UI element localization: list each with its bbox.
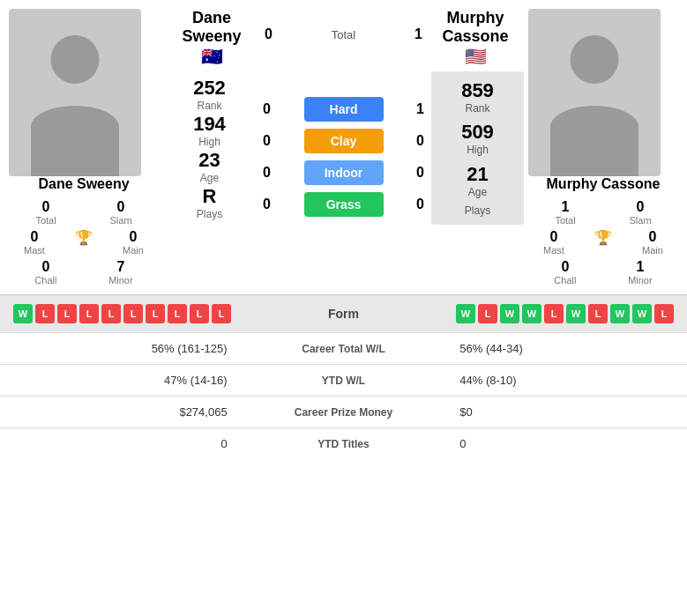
right-form-badge-3: W — [522, 304, 541, 323]
court-row-indoor: 0 Indoor 0 — [256, 160, 431, 185]
right-avatar-body — [550, 106, 638, 176]
left-stats-row2: 0 Mast 🏆 0 Main — [9, 229, 159, 256]
court-right-score: 0 — [409, 133, 431, 149]
courts-total-label: Total — [332, 28, 355, 41]
right-mast-stat: 0 Mast — [543, 229, 564, 256]
right-player-avatar — [528, 9, 661, 176]
left-mast-val: 0 — [24, 229, 45, 245]
left-high-stat: 194 High — [193, 113, 226, 148]
left-age-stat: 23 Age — [198, 149, 220, 184]
stats-row-2: $274,065 Career Prize Money $0 — [0, 397, 687, 428]
stats-table: 56% (161-125) Career Total W/L 56% (44-3… — [0, 332, 687, 459]
stats-left-3: 0 — [0, 428, 241, 460]
left-player-avatar — [9, 9, 141, 176]
right-player-name: Murphy Cassone — [528, 176, 678, 192]
left-stats-row3: 0 Chall 7 Minor — [9, 259, 159, 286]
stats-row-0: 56% (161-125) Career Total W/L 56% (44-3… — [0, 333, 687, 365]
right-form-badge-7: W — [610, 304, 630, 323]
left-flag: 🇦🇺 — [163, 46, 260, 67]
right-high-val: 509 — [461, 121, 494, 144]
right-total-val: 1 — [555, 199, 575, 215]
form-section: WLLLLLLLLL Form WLWWLWLWWL — [0, 294, 687, 332]
court-right-score: 0 — [409, 197, 431, 212]
court-badge-hard: Hard — [304, 97, 384, 122]
right-main-lbl: Main — [642, 245, 663, 256]
right-minor-lbl: Minor — [628, 275, 653, 286]
right-rank-stat: 859 Rank — [461, 79, 494, 115]
court-left-score: 0 — [256, 165, 278, 181]
left-form-badge-9: L — [212, 304, 231, 323]
left-age-val: 23 — [198, 149, 220, 172]
right-slam-val: 0 — [630, 199, 652, 215]
left-plays-stat: R Plays — [197, 185, 222, 220]
court-row-hard: 0 Hard 1 — [256, 97, 431, 122]
left-high-val: 194 — [193, 113, 226, 136]
court-row-grass: 0 Grass 0 — [256, 192, 431, 217]
right-form-badge-4: L — [544, 304, 564, 323]
left-minor-stat: 7 Minor — [108, 259, 133, 286]
left-form-badges: WLLLLLLLLL — [13, 304, 231, 323]
right-slam-stat: 0 Slam — [630, 199, 652, 226]
right-flag: 🇺🇸 — [427, 46, 524, 67]
right-trophy-icon: 🏆 — [594, 229, 612, 246]
left-plays-lbl: Plays — [197, 208, 222, 220]
right-name-header: Murphy Cassone — [427, 9, 524, 46]
left-total-stat: 0 Total — [35, 199, 56, 226]
left-chall-lbl: Chall — [34, 275, 56, 286]
right-plays-lbl: Plays — [465, 204, 490, 217]
left-form-badge-4: L — [101, 304, 121, 323]
left-rank-stat: 252 Rank — [193, 77, 226, 112]
left-minor-lbl: Minor — [108, 275, 133, 286]
right-form-badge-2: W — [500, 304, 519, 323]
court-badge-grass: Grass — [304, 192, 384, 217]
court-badge-indoor: Indoor — [304, 160, 384, 185]
stats-left-1: 47% (14-16) — [0, 365, 241, 397]
court-right-score: 1 — [409, 101, 431, 117]
right-form-badge-1: L — [478, 304, 497, 323]
right-total-lbl: Total — [555, 215, 575, 226]
court-badge-clay: Clay — [304, 129, 384, 153]
left-form-badge-8: L — [190, 304, 209, 323]
right-high-lbl: High — [461, 144, 494, 156]
right-age-val: 21 — [467, 163, 488, 186]
right-chall-stat: 0 Chall — [554, 259, 576, 286]
stats-row-3: 0 YTD Titles 0 — [0, 428, 687, 460]
left-mast-stat: 0 Mast — [24, 229, 45, 256]
right-minor-stat: 1 Minor — [628, 259, 653, 286]
left-trophy-icon: 🏆 — [75, 229, 93, 246]
court-right-score: 0 — [409, 165, 431, 181]
left-form-badge-7: L — [168, 304, 187, 323]
court-left-score: 0 — [256, 133, 278, 149]
right-avatar-head — [571, 35, 619, 84]
courts-column: 0 Hard 1 0 Clay 0 0 Indoor 0 0 Grass 0 — [256, 71, 431, 225]
court-left-score: 0 — [256, 197, 278, 212]
form-label: Form — [328, 307, 359, 321]
stats-left-2: $274,065 — [0, 397, 241, 428]
right-form-badge-5: W — [566, 304, 586, 323]
left-main-val: 0 — [123, 229, 144, 245]
right-main-val: 0 — [642, 229, 663, 245]
right-player-area: Murphy Cassone 1 Total 0 Slam 0 Mast 🏆 — [528, 9, 678, 286]
left-form-badge-5: L — [123, 304, 143, 323]
left-player-area: Dane Sweeny 0 Total 0 Slam 0 Mast 🏆 0 — [9, 9, 159, 286]
right-minor-val: 1 — [628, 259, 653, 275]
main-container: Dane Sweeny 0 Total 0 Slam 0 Mast 🏆 0 — [0, 0, 687, 459]
left-form-badge-3: L — [79, 304, 99, 323]
right-form-badge-9: L — [654, 304, 674, 323]
right-rank-lbl: Rank — [461, 102, 494, 115]
right-form-badges: WLWWLWLWWL — [456, 304, 674, 323]
left-avatar-head — [51, 35, 100, 84]
left-total-lbl: Total — [35, 215, 56, 226]
left-mast-lbl: Mast — [24, 245, 45, 256]
right-form-badge-0: W — [456, 304, 475, 323]
right-form-badge-6: L — [588, 304, 608, 323]
right-high-stat: 509 High — [461, 121, 494, 156]
stats-right-1: 44% (8-10) — [446, 365, 687, 397]
stats-label-1: YTD W/L — [241, 365, 447, 397]
right-stats-col: 859 Rank 509 High 21 Age — [431, 71, 524, 225]
courts-right-total: 1 — [414, 26, 422, 42]
stats-row-1: 47% (14-16) YTD W/L 44% (8-10) — [0, 365, 687, 397]
left-chall-stat: 0 Chall — [34, 259, 56, 286]
left-main-stat: 0 Main — [123, 229, 144, 256]
left-plays-val: R — [197, 185, 222, 208]
